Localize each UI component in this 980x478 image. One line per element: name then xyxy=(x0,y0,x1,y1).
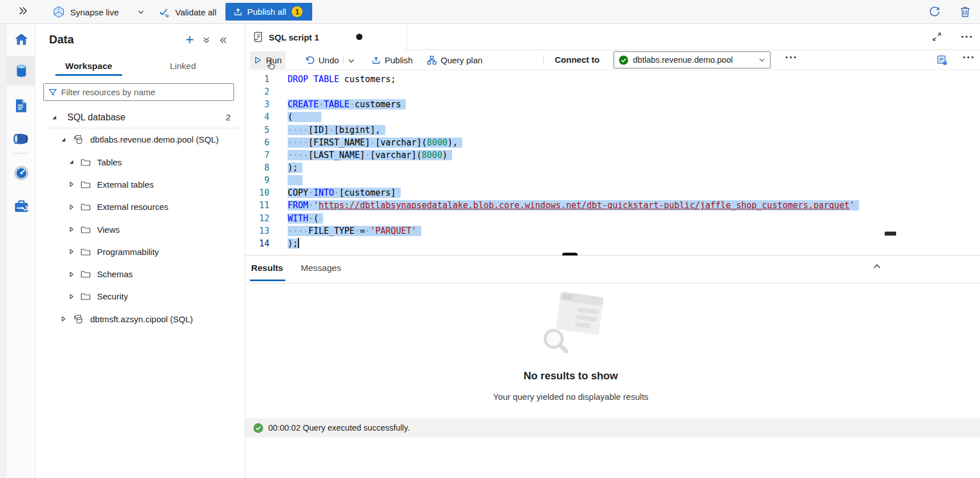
expand-menu-icon[interactable] xyxy=(18,6,27,18)
no-results-illustration xyxy=(522,289,619,360)
toolbar-separator xyxy=(343,55,344,65)
toolbar-more-icon[interactable] xyxy=(785,56,796,59)
folder-icon xyxy=(80,292,91,301)
tree-item-label: External tables xyxy=(97,180,154,189)
tree-item-label: Tables xyxy=(97,157,122,167)
code-line-4[interactable]: 4( xyxy=(245,111,980,123)
refresh-icon[interactable] xyxy=(929,6,941,18)
line-number: 10 xyxy=(245,187,271,199)
code-line-12[interactable]: 12WITH·( xyxy=(245,212,980,225)
connect-pool-dropdown[interactable]: dbtlabs.revenue.demo.pool xyxy=(614,51,771,68)
sidebar-item-manage[interactable] xyxy=(7,193,35,220)
publish-all-label: Publish all xyxy=(247,7,286,17)
collapse-results-chevron-icon[interactable] xyxy=(872,262,882,272)
run-options-chevron-icon[interactable] xyxy=(348,57,355,64)
tab-results[interactable]: Results xyxy=(251,263,283,273)
folder-icon xyxy=(80,202,91,211)
sidebar-item-data[interactable] xyxy=(7,56,35,86)
sidebar-item-monitor[interactable] xyxy=(7,160,35,186)
code-line-5[interactable]: 5····[ID]·[bigint], xyxy=(245,124,980,136)
chevron-collapsed-icon[interactable] xyxy=(68,272,74,277)
code-line-3[interactable]: 3CREATE·TABLE·customers xyxy=(245,98,980,111)
line-number: 8 xyxy=(245,161,271,174)
trash-icon[interactable] xyxy=(959,6,971,18)
line-number: 12 xyxy=(245,212,271,225)
code-line-8[interactable]: 8); xyxy=(245,161,980,174)
top-command-bar: Synapse live Validate all Publish all 1 xyxy=(0,0,980,24)
chevron-expanded-icon[interactable] xyxy=(68,159,74,165)
code-line-6[interactable]: 6····[FIRST_NAME]·[varchar](8000), xyxy=(245,136,980,149)
develop-document-icon xyxy=(14,98,28,114)
line-number: 2 xyxy=(245,86,271,98)
publish-button[interactable]: Publish xyxy=(368,51,416,69)
line-number: 6 xyxy=(245,136,271,149)
properties-icon[interactable] xyxy=(937,55,947,66)
code-line-2[interactable]: 2 xyxy=(245,86,980,98)
tree-item-schemas[interactable]: Schemas xyxy=(35,263,245,285)
tab-more-icon[interactable] xyxy=(961,35,972,38)
chevron-collapsed-icon[interactable] xyxy=(68,181,74,187)
tree-item-external-resources[interactable]: External resources xyxy=(35,196,245,218)
collapse-panel-icon[interactable] xyxy=(219,37,227,44)
add-resource-icon[interactable] xyxy=(185,35,194,44)
chevron-collapsed-icon[interactable] xyxy=(61,316,66,322)
tree-item-dbtmsft-azsyn-cipool-sql[interactable]: dbtmsft.azsyn.cipool (SQL) xyxy=(35,308,245,330)
filter-input[interactable] xyxy=(61,87,229,97)
results-tab-underline xyxy=(250,279,285,281)
tree-item-count: 2 xyxy=(226,112,231,122)
tree-item-security[interactable]: Security xyxy=(35,285,245,307)
run-button[interactable]: Run xyxy=(250,51,285,69)
dropdown-chevron-icon xyxy=(759,56,765,63)
sidebar-item-integrate[interactable] xyxy=(7,125,35,152)
folder-icon xyxy=(80,270,91,278)
sql-code-editor[interactable]: 1DROP TABLE customers;23CREATE·TABLE·cus… xyxy=(245,70,980,255)
results-tab-row xyxy=(245,256,980,283)
chevron-collapsed-icon[interactable] xyxy=(68,294,74,299)
tree-item-programmability[interactable]: Programmability xyxy=(35,241,245,263)
code-line-14[interactable]: 14); xyxy=(245,237,980,250)
code-line-1[interactable]: 1DROP TABLE customers; xyxy=(245,73,980,86)
monitor-gauge-icon xyxy=(14,165,29,181)
tree-item-views[interactable]: Views xyxy=(35,218,245,241)
editor-more-icon[interactable] xyxy=(963,56,974,59)
chevron-collapsed-icon[interactable] xyxy=(68,249,74,254)
sidebar-item-home[interactable] xyxy=(7,26,35,52)
empty-results-subtitle: Your query yielded no displayable result… xyxy=(388,392,753,402)
tab-linked[interactable]: Linked xyxy=(162,57,204,76)
tab-messages[interactable]: Messages xyxy=(301,263,341,273)
line-number: 3 xyxy=(245,98,271,111)
publish-all-button[interactable]: Publish all 1 xyxy=(225,3,312,21)
tree-item-external-tables[interactable]: External tables xyxy=(35,173,245,196)
query-plan-icon xyxy=(427,55,437,65)
tree-item-dbtlabs-revenue-demo-pool-sql[interactable]: dbtlabs.revenue.demo.pool (SQL) xyxy=(35,128,245,151)
query-plan-button[interactable]: Query plan xyxy=(424,51,486,69)
tab-workspace[interactable]: Workspace xyxy=(55,57,122,76)
code-line-10[interactable]: 10COPY·INTO·[customers] xyxy=(245,187,980,199)
chevron-collapsed-icon[interactable] xyxy=(68,204,74,210)
code-line-11[interactable]: 11FROM·'https://dbtlabsynapsedatalake.bl… xyxy=(245,199,980,212)
rail-edge-strip xyxy=(0,24,7,478)
line-number: 1 xyxy=(245,73,271,86)
chevron-collapsed-icon[interactable] xyxy=(68,226,74,232)
code-line-7[interactable]: 7····[LAST_NAME]·[varchar](8000) xyxy=(245,149,980,161)
editor-scrollbar-thumb[interactable] xyxy=(885,232,896,236)
validate-all-button[interactable]: Validate all xyxy=(159,0,216,24)
line-number: 13 xyxy=(245,225,271,237)
sidebar-item-develop[interactable] xyxy=(7,92,35,119)
code-line-13[interactable]: 13····FILE_TYPE·=·'PARQUET' xyxy=(245,225,980,237)
tree-item-tables[interactable]: Tables xyxy=(35,151,245,173)
publish-upload-icon xyxy=(372,56,381,65)
undo-button[interactable]: Undo xyxy=(301,51,342,69)
synapse-mode-dropdown[interactable]: Synapse live xyxy=(53,0,144,24)
expand-editor-icon[interactable] xyxy=(932,32,942,42)
code-line-9[interactable]: 9 xyxy=(245,174,980,187)
empty-results-title: No results to show xyxy=(388,370,753,382)
filter-funnel-icon xyxy=(49,88,57,96)
chevron-expanded-icon[interactable] xyxy=(61,137,66,143)
actions-double-chevron-icon[interactable] xyxy=(203,37,210,44)
tab-sql-script-1[interactable]: SQL script 1 xyxy=(245,24,407,50)
tree-item-sql-database[interactable]: SQL database2 xyxy=(35,106,245,128)
chevron-expanded-icon[interactable] xyxy=(51,115,57,120)
unsaved-indicator-dot xyxy=(356,34,362,40)
publish-label: Publish xyxy=(385,55,413,65)
